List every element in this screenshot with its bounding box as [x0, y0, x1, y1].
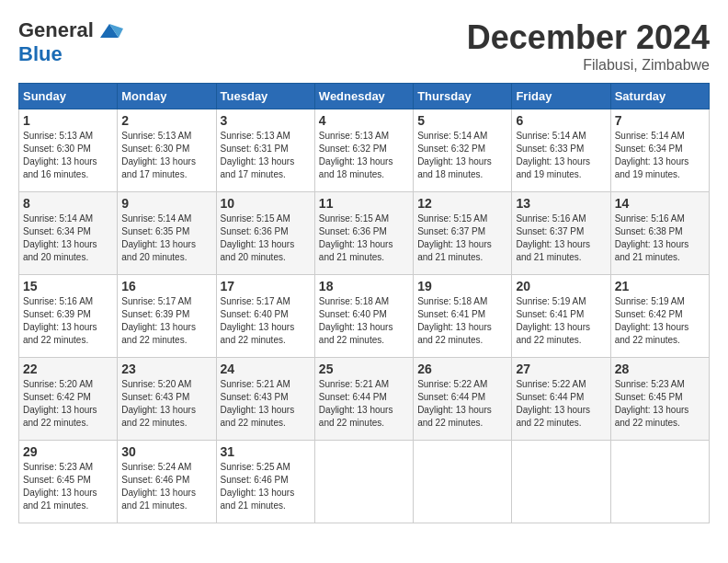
day-number: 4 [319, 113, 409, 128]
day-info: Sunrise: 5:14 AMSunset: 6:35 PMDaylight:… [121, 213, 211, 264]
calendar-week-2: 8Sunrise: 5:14 AMSunset: 6:34 PMDaylight… [19, 192, 710, 275]
calendar-cell [414, 441, 512, 523]
day-info: Sunrise: 5:25 AMSunset: 6:46 PMDaylight:… [221, 461, 311, 512]
day-info: Sunrise: 5:24 AMSunset: 6:46 PMDaylight:… [121, 461, 211, 512]
calendar-table: SundayMondayTuesdayWednesdayThursdayFrid… [18, 83, 710, 523]
calendar-cell: 15Sunrise: 5:16 AMSunset: 6:39 PMDayligh… [19, 275, 118, 358]
calendar-cell: 5Sunrise: 5:14 AMSunset: 6:32 PMDaylight… [414, 109, 512, 192]
calendar-cell: 29Sunrise: 5:23 AMSunset: 6:45 PMDayligh… [19, 441, 118, 523]
calendar-cell [610, 441, 709, 523]
location-subtitle: Filabusi, Zimbabwe [467, 57, 710, 74]
calendar-cell: 21Sunrise: 5:19 AMSunset: 6:42 PMDayligh… [610, 275, 709, 358]
logo-blue-text: Blue [18, 42, 63, 66]
day-number: 20 [516, 279, 606, 293]
calendar-cell: 11Sunrise: 5:15 AMSunset: 6:36 PMDayligh… [314, 192, 413, 275]
calendar-cell: 22Sunrise: 5:20 AMSunset: 6:42 PMDayligh… [19, 358, 118, 441]
calendar-cell: 20Sunrise: 5:19 AMSunset: 6:41 PMDayligh… [512, 275, 610, 358]
calendar-cell [512, 441, 610, 523]
day-number: 23 [121, 362, 211, 376]
calendar-cell: 23Sunrise: 5:20 AMSunset: 6:43 PMDayligh… [118, 358, 216, 441]
day-info: Sunrise: 5:21 AMSunset: 6:44 PMDaylight:… [319, 378, 409, 430]
day-info: Sunrise: 5:15 AMSunset: 6:36 PMDaylight:… [319, 213, 409, 264]
day-number: 28 [615, 362, 705, 376]
day-number: 12 [417, 196, 507, 211]
calendar-week-1: 1Sunrise: 5:13 AMSunset: 6:30 PMDaylight… [19, 109, 710, 192]
calendar-cell: 14Sunrise: 5:16 AMSunset: 6:38 PMDayligh… [610, 192, 709, 275]
calendar-cell: 27Sunrise: 5:22 AMSunset: 6:44 PMDayligh… [512, 358, 610, 441]
day-number: 31 [221, 444, 311, 459]
header-tuesday: Tuesday [216, 84, 314, 109]
day-number: 5 [417, 113, 507, 128]
header-sunday: Sunday [19, 84, 118, 109]
month-title: December 2024 [467, 18, 710, 57]
day-info: Sunrise: 5:13 AMSunset: 6:32 PMDaylight:… [319, 130, 409, 181]
day-number: 13 [516, 196, 606, 211]
day-number: 10 [221, 196, 311, 211]
page-header: General Blue December 2024 Filabusi, Zim… [18, 18, 710, 74]
calendar-cell: 24Sunrise: 5:21 AMSunset: 6:43 PMDayligh… [216, 358, 314, 441]
day-number: 17 [221, 279, 311, 293]
calendar-header-row: SundayMondayTuesdayWednesdayThursdayFrid… [19, 84, 710, 109]
calendar-cell [314, 441, 413, 523]
day-info: Sunrise: 5:23 AMSunset: 6:45 PMDaylight:… [23, 461, 113, 512]
day-info: Sunrise: 5:22 AMSunset: 6:44 PMDaylight:… [417, 378, 507, 430]
day-info: Sunrise: 5:20 AMSunset: 6:43 PMDaylight:… [121, 378, 211, 430]
calendar-cell: 28Sunrise: 5:23 AMSunset: 6:45 PMDayligh… [610, 358, 709, 441]
day-info: Sunrise: 5:19 AMSunset: 6:41 PMDaylight:… [516, 295, 606, 347]
day-info: Sunrise: 5:14 AMSunset: 6:32 PMDaylight:… [417, 130, 507, 181]
calendar-cell: 8Sunrise: 5:14 AMSunset: 6:34 PMDaylight… [19, 192, 118, 275]
header-thursday: Thursday [414, 84, 512, 109]
day-number: 29 [23, 444, 113, 459]
day-number: 9 [121, 196, 211, 211]
day-info: Sunrise: 5:16 AMSunset: 6:37 PMDaylight:… [516, 213, 606, 264]
calendar-cell: 4Sunrise: 5:13 AMSunset: 6:32 PMDaylight… [314, 109, 413, 192]
day-info: Sunrise: 5:13 AMSunset: 6:31 PMDaylight:… [221, 130, 311, 181]
day-number: 2 [121, 113, 211, 128]
day-number: 26 [417, 362, 507, 376]
day-info: Sunrise: 5:13 AMSunset: 6:30 PMDaylight:… [23, 130, 113, 181]
header-friday: Friday [512, 84, 610, 109]
calendar-week-3: 15Sunrise: 5:16 AMSunset: 6:39 PMDayligh… [19, 275, 710, 358]
calendar-week-4: 22Sunrise: 5:20 AMSunset: 6:42 PMDayligh… [19, 358, 710, 441]
calendar-cell: 9Sunrise: 5:14 AMSunset: 6:35 PMDaylight… [118, 192, 216, 275]
day-number: 25 [319, 362, 409, 376]
logo-icon [96, 19, 123, 42]
day-info: Sunrise: 5:17 AMSunset: 6:39 PMDaylight:… [121, 295, 211, 347]
calendar-cell: 1Sunrise: 5:13 AMSunset: 6:30 PMDaylight… [19, 109, 118, 192]
calendar-cell: 13Sunrise: 5:16 AMSunset: 6:37 PMDayligh… [512, 192, 610, 275]
day-info: Sunrise: 5:14 AMSunset: 6:34 PMDaylight:… [23, 213, 113, 264]
calendar-cell: 30Sunrise: 5:24 AMSunset: 6:46 PMDayligh… [118, 441, 216, 523]
day-number: 30 [121, 444, 211, 459]
calendar-cell: 16Sunrise: 5:17 AMSunset: 6:39 PMDayligh… [118, 275, 216, 358]
day-number: 21 [615, 279, 705, 293]
day-info: Sunrise: 5:16 AMSunset: 6:38 PMDaylight:… [615, 213, 705, 264]
calendar-cell: 25Sunrise: 5:21 AMSunset: 6:44 PMDayligh… [314, 358, 413, 441]
calendar-cell: 2Sunrise: 5:13 AMSunset: 6:30 PMDaylight… [118, 109, 216, 192]
day-info: Sunrise: 5:23 AMSunset: 6:45 PMDaylight:… [615, 378, 705, 430]
day-number: 19 [417, 279, 507, 293]
calendar-cell: 26Sunrise: 5:22 AMSunset: 6:44 PMDayligh… [414, 358, 512, 441]
calendar-cell: 12Sunrise: 5:15 AMSunset: 6:37 PMDayligh… [414, 192, 512, 275]
day-info: Sunrise: 5:13 AMSunset: 6:30 PMDaylight:… [121, 130, 211, 181]
title-block: December 2024 Filabusi, Zimbabwe [467, 18, 710, 74]
header-wednesday: Wednesday [314, 84, 413, 109]
day-info: Sunrise: 5:16 AMSunset: 6:39 PMDaylight:… [23, 295, 113, 347]
day-number: 8 [23, 196, 113, 211]
day-number: 3 [221, 113, 311, 128]
day-info: Sunrise: 5:15 AMSunset: 6:36 PMDaylight:… [221, 213, 311, 264]
day-info: Sunrise: 5:15 AMSunset: 6:37 PMDaylight:… [417, 213, 507, 264]
day-info: Sunrise: 5:18 AMSunset: 6:40 PMDaylight:… [319, 295, 409, 347]
header-saturday: Saturday [610, 84, 709, 109]
day-number: 1 [23, 113, 113, 128]
calendar-cell: 10Sunrise: 5:15 AMSunset: 6:36 PMDayligh… [216, 192, 314, 275]
day-info: Sunrise: 5:18 AMSunset: 6:41 PMDaylight:… [417, 295, 507, 347]
calendar-cell: 7Sunrise: 5:14 AMSunset: 6:34 PMDaylight… [610, 109, 709, 192]
day-info: Sunrise: 5:14 AMSunset: 6:33 PMDaylight:… [516, 130, 606, 181]
header-monday: Monday [118, 84, 216, 109]
calendar-cell: 31Sunrise: 5:25 AMSunset: 6:46 PMDayligh… [216, 441, 314, 523]
calendar-cell: 19Sunrise: 5:18 AMSunset: 6:41 PMDayligh… [414, 275, 512, 358]
calendar-cell: 17Sunrise: 5:17 AMSunset: 6:40 PMDayligh… [216, 275, 314, 358]
day-info: Sunrise: 5:20 AMSunset: 6:42 PMDaylight:… [23, 378, 113, 430]
calendar-cell: 3Sunrise: 5:13 AMSunset: 6:31 PMDaylight… [216, 109, 314, 192]
day-number: 7 [615, 113, 705, 128]
